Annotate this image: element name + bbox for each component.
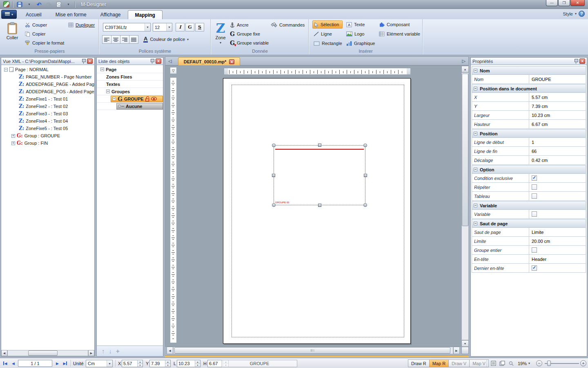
close-button[interactable]: ✕	[570, 0, 585, 6]
property-value[interactable]: 7.39 cm	[529, 102, 586, 110]
property-section-header[interactable]: −Saut de page	[472, 219, 586, 228]
restore-button[interactable]: ❐	[558, 0, 570, 6]
property-value[interactable]: 5.57 cm	[529, 93, 586, 101]
align-right-button[interactable]	[120, 35, 129, 44]
undo-button[interactable]: ↶	[35, 1, 43, 8]
objects-tree-item[interactable]: Zones Fixes	[97, 73, 163, 81]
previous-page-button[interactable]: ◀	[9, 360, 17, 367]
objects-tree-item[interactable]: −GGROUPE	[97, 95, 163, 103]
font-color-button[interactable]: A Couleur de police ▾	[142, 35, 190, 43]
property-value[interactable]: 6.67 cm	[529, 120, 586, 128]
property-value[interactable]	[529, 174, 586, 182]
xml-tree-hscrollbar[interactable]: ◀ ▶	[1, 350, 94, 356]
zone-button[interactable]: Z Zone ▾	[212, 20, 229, 47]
font-size-dropdown-icon[interactable]: ▾	[166, 23, 172, 31]
bold-button[interactable]: G	[185, 23, 194, 31]
commands-button[interactable]: Commandes	[270, 21, 306, 29]
pin-icon[interactable]	[150, 58, 154, 64]
tab-mapping[interactable]: Mapping	[128, 10, 163, 19]
align-justify-button[interactable]	[129, 35, 138, 44]
expander-minus-icon[interactable]: −	[4, 68, 8, 72]
group-selection-rect[interactable]: GROUPE 00	[274, 145, 365, 205]
tab-affichage[interactable]: Affichage	[94, 10, 128, 19]
xml-tree-item[interactable]: −Page : NORMAL	[1, 66, 94, 73]
selection-tool-button[interactable]: Sélection	[312, 20, 343, 29]
checkbox[interactable]	[532, 247, 537, 253]
objects-panel-close-button[interactable]: x	[156, 58, 161, 64]
lock-icon[interactable]	[145, 96, 149, 101]
print-preview-button[interactable]	[54, 1, 63, 8]
resize-handle-s[interactable]	[318, 204, 321, 207]
first-page-button[interactable]: ◀	[1, 360, 9, 367]
normal-view-button[interactable]	[489, 360, 497, 367]
variable-group-button[interactable]: G▼ Groupe variable	[229, 39, 270, 47]
property-value[interactable]: 10.23 cm	[529, 111, 586, 119]
xml-tree-item[interactable]: Z:PAGE_NUMBER - Page Number	[1, 73, 94, 81]
font-size-combo[interactable]: 12 ▾	[153, 23, 172, 31]
underline-button[interactable]: S	[195, 23, 204, 31]
xml-tree-item[interactable]: Z:ZoneFixe3 - : Test 03	[1, 110, 94, 117]
property-section-header[interactable]: −Position	[472, 129, 586, 138]
property-value[interactable]	[529, 246, 586, 254]
scroll-thumb[interactable]	[462, 74, 468, 226]
property-value[interactable]: 66	[529, 147, 586, 155]
resize-handle-e[interactable]	[364, 174, 367, 177]
save-dropdown-arrow[interactable]: ▾	[25, 1, 33, 8]
scroll-thumb[interactable]	[28, 350, 58, 356]
checkbox[interactable]	[532, 211, 537, 217]
property-value[interactable]: 20.00 cm	[529, 237, 586, 245]
resize-handle-se[interactable]	[363, 203, 367, 207]
scroll-right-icon[interactable]: ▶	[453, 347, 460, 354]
last-page-button[interactable]: ▶	[61, 360, 69, 367]
xml-tree-item[interactable]: +G:Group : GROUPE	[1, 132, 94, 139]
property-value[interactable]	[529, 264, 586, 272]
checkbox[interactable]	[532, 184, 537, 190]
collapse-minus-icon[interactable]: −	[474, 168, 477, 171]
italic-button[interactable]: I	[176, 23, 185, 31]
align-left-button[interactable]	[102, 35, 111, 44]
resize-handle-ne[interactable]	[363, 144, 367, 147]
zoom-in-button[interactable]: +	[580, 360, 586, 366]
property-value[interactable]: 1	[529, 138, 586, 146]
chart-tool-button[interactable]: Graphique	[345, 39, 376, 47]
scroll-track[interactable]	[173, 347, 453, 354]
property-value[interactable]: Limite	[529, 228, 586, 236]
move-up-icon[interactable]: ↑	[102, 348, 105, 354]
canvas-hscrollbar[interactable]: ◀ ▶	[167, 347, 460, 354]
canvas-vscrollbar[interactable]: ▲ ▼	[461, 66, 469, 347]
xml-tree-item[interactable]: +G:Group : FIN	[1, 139, 94, 147]
objects-tree-item[interactable]: Aucune	[97, 103, 163, 110]
checkbox[interactable]	[532, 265, 537, 271]
save-button[interactable]	[15, 1, 24, 8]
property-value[interactable]	[529, 210, 586, 218]
xml-tree-item[interactable]: Z:ZoneFixe2 - : Test 02	[1, 103, 94, 110]
eye-icon[interactable]	[151, 97, 157, 101]
scroll-track[interactable]	[7, 350, 88, 356]
document-page[interactable]: GROUPE 00	[223, 78, 411, 344]
tab-scroll-left-icon[interactable]: ◁	[168, 58, 172, 64]
scroll-down-icon[interactable]: ▼	[461, 340, 469, 347]
anchor-button[interactable]: Ancre	[229, 21, 250, 29]
mode-button-draw-r[interactable]: Draw R	[408, 359, 430, 367]
checkbox[interactable]	[532, 175, 537, 181]
xml-tree-item[interactable]: Z:ZoneFixe1 - : Test 01	[1, 95, 94, 103]
scroll-thumb[interactable]	[174, 347, 450, 354]
logo-tool-button[interactable]: Logo	[345, 30, 365, 38]
add-icon[interactable]: +	[116, 348, 120, 354]
xml-tree-item[interactable]: Z:ZoneFixe4 - : Test 04	[1, 117, 94, 125]
property-section-header[interactable]: −Option	[472, 165, 586, 174]
zoom-out-button[interactable]: −	[536, 360, 542, 366]
mode-button-map-v[interactable]: Map V	[469, 359, 489, 367]
document-tab[interactable]: DEFAUT_00010.mp* x	[178, 57, 240, 65]
cut-button[interactable]: Couper	[24, 21, 48, 29]
property-value[interactable]	[529, 183, 586, 191]
unit-dropdown-icon[interactable]: ▾	[107, 360, 112, 367]
y-input[interactable]: 7.39 ▲▼	[149, 360, 171, 367]
unit-combo[interactable]: Cm ▾	[86, 360, 113, 367]
align-center-button[interactable]	[111, 35, 120, 44]
format-painter-button[interactable]: Copier le format	[24, 39, 65, 47]
properties-panel-close-button[interactable]: x	[579, 58, 585, 64]
x-input[interactable]: 5.57 ▲▼	[122, 360, 143, 367]
page-layout-view-button[interactable]	[498, 360, 506, 367]
variable-element-button[interactable]: Elément variable	[378, 30, 421, 38]
